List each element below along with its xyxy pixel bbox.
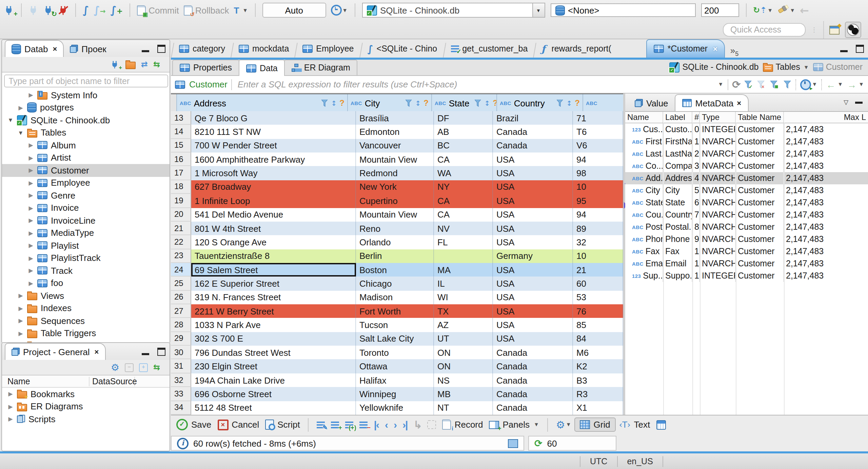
refresh-tree-icon[interactable]: ⇄: [141, 60, 148, 68]
table-row[interactable]: 148210 111 ST NWEdmontonABCanadaT6: [171, 125, 623, 139]
object-filter-input[interactable]: [4, 75, 168, 87]
meta-cell[interactable]: NVARCHAR: [700, 233, 736, 245]
cell[interactable]: R3: [573, 387, 623, 401]
meta-name-cell[interactable]: ABCCity: [625, 184, 663, 197]
meta-cell[interactable]: 2: [692, 148, 700, 160]
expand-twisty-icon[interactable]: ▶: [28, 280, 34, 287]
metadata-row-country[interactable]: ABCCou...Country7NVARCHARCustomer2,147,4…: [625, 209, 868, 221]
meta-column-header-max-l[interactable]: Max L: [784, 112, 868, 123]
meta-cell[interactable]: NVARCHAR: [700, 221, 736, 233]
tree-item-sequences[interactable]: ▶Sequences: [2, 314, 170, 327]
cell[interactable]: Tucson: [356, 318, 434, 332]
expand-twisty-icon[interactable]: ▶: [28, 267, 34, 274]
meta-cell[interactable]: 1: [692, 136, 700, 148]
cell[interactable]: 32: [573, 235, 623, 249]
cell[interactable]: Orlando: [356, 235, 434, 249]
gear-icon[interactable]: ⚙: [111, 362, 119, 373]
tab-value[interactable]: Value: [628, 95, 675, 111]
project-item-er-diagrams[interactable]: ▶ER Diagrams: [2, 400, 170, 413]
close-icon[interactable]: ×: [713, 45, 717, 53]
cell[interactable]: New York: [356, 180, 434, 194]
meta-cell[interactable]: NVARCHAR: [700, 148, 736, 160]
meta-cell[interactable]: NVARCHAR: [700, 258, 736, 270]
new-folder-icon[interactable]: [125, 62, 136, 69]
sort-icon[interactable]: ↕: [567, 99, 572, 107]
cell[interactable]: M6: [573, 346, 623, 360]
cancel-button[interactable]: × Cancel: [217, 419, 259, 430]
meta-cell[interactable]: Customer: [736, 270, 784, 282]
cell[interactable]: X1: [573, 401, 623, 415]
meta-name-cell[interactable]: ABCFirst...: [625, 136, 663, 148]
cell[interactable]: TX: [434, 304, 493, 318]
cell[interactable]: Canada: [493, 125, 573, 139]
filter-funnel-icon[interactable]: [557, 99, 564, 107]
cell[interactable]: 2211 W Berry Street: [191, 304, 356, 318]
meta-cell[interactable]: NVARCHAR: [700, 209, 736, 221]
row-number[interactable]: 32: [171, 373, 191, 387]
cell[interactable]: 541 Del Medio Avenue: [191, 208, 356, 222]
new-sql-console-icon[interactable]: ∫→: [94, 4, 105, 16]
expand-twisty-icon[interactable]: ▶: [28, 92, 34, 99]
tree-item-playlist[interactable]: ▶Playlist: [2, 239, 170, 252]
cell[interactable]: NV: [434, 222, 493, 236]
edit-cell-icon[interactable]: ✎: [317, 421, 325, 428]
fetch-size-input[interactable]: [701, 3, 739, 17]
refresh-icon[interactable]: ⟳: [732, 78, 741, 90]
save-button[interactable]: ✓ Save: [176, 419, 211, 430]
editor-tab-employee[interactable]: Employee: [296, 40, 360, 58]
maximize-icon[interactable]: [157, 45, 165, 53]
sql-filter-input[interactable]: [236, 79, 713, 90]
meta-name-cell[interactable]: ABCPhone: [625, 233, 663, 245]
meta-name-cell[interactable]: ABCCou...: [625, 209, 663, 221]
metadata-row-city[interactable]: ABCCityCity5NVARCHARCustomer2,147,483: [625, 184, 868, 197]
grid-corner[interactable]: [171, 94, 177, 112]
reconnect-icon[interactable]: ↻: [43, 5, 54, 15]
search-metadata-button[interactable]: ▼: [777, 4, 795, 16]
table-row[interactable]: 2469 Salem StreetBostonMAUSA21: [171, 263, 623, 277]
column-info-icon[interactable]: ?: [423, 98, 429, 108]
meta-name-cell[interactable]: ABCState: [625, 197, 663, 209]
tab-metadata[interactable]: MetaData×: [675, 94, 749, 111]
meta-cell[interactable]: City: [663, 184, 692, 197]
editor-tab-sqlite-chino[interactable]: ∫<SQLite - Chino: [361, 40, 444, 58]
fetch-all-icon[interactable]: [428, 420, 436, 429]
cell[interactable]: Winnipeg: [356, 387, 434, 401]
expand-twisty-icon[interactable]: ▶: [18, 104, 24, 111]
metadata-row-email[interactable]: ABCEmailEmail11NVARCHARCustomer2,147,483: [625, 258, 868, 270]
table-row[interactable]: 272211 W Berry StreetFort WorthTXUSA76: [171, 304, 623, 318]
cell[interactable]: 94: [573, 152, 623, 166]
connect-icon[interactable]: [28, 5, 39, 15]
cell[interactable]: WI: [434, 290, 493, 304]
cell[interactable]: 10: [573, 249, 623, 263]
meta-cell[interactable]: Customer: [736, 148, 784, 160]
collapse-twisty-icon[interactable]: ▼: [18, 129, 24, 136]
tree-item-album[interactable]: ▶Album: [2, 139, 170, 151]
tree-item-genre[interactable]: ▶Genre: [2, 189, 170, 202]
meta-cell[interactable]: Customer: [736, 245, 784, 258]
grid-view-button[interactable]: Grid: [575, 417, 616, 432]
tab-projects[interactable]: Проек: [64, 41, 112, 57]
column-header-state[interactable]: ABCState↕?: [432, 94, 497, 112]
expand-twisty-icon[interactable]: ▶: [7, 403, 14, 410]
row-number[interactable]: 24: [171, 263, 191, 277]
cell[interactable]: Madison: [356, 290, 434, 304]
row-number[interactable]: 23: [171, 249, 191, 263]
meta-name-cell[interactable]: ABCLast...: [625, 148, 663, 160]
cell[interactable]: ON: [434, 346, 493, 360]
transaction-mode-button[interactable]: T▼: [234, 5, 248, 15]
meta-cell[interactable]: Custo...: [663, 123, 692, 136]
add-row-icon[interactable]: +: [331, 421, 339, 428]
tree-item-sqlite-chinook-db[interactable]: ▼SQLite - Chinook.db: [2, 114, 170, 126]
tab-properties[interactable]: Properties: [172, 60, 239, 75]
metadata-row-state[interactable]: ABCStateState6NVARCHARCustomer2,147,483: [625, 197, 868, 209]
cell[interactable]: USA: [493, 222, 573, 236]
editor-tab-rewards-report[interactable]: ƒrewards_report(: [534, 40, 618, 58]
transaction-log-button[interactable]: ▼: [331, 5, 348, 16]
row-number[interactable]: 16: [171, 152, 191, 166]
meta-cell[interactable]: Customer: [736, 184, 784, 197]
first-record-button[interactable]: |‹: [374, 420, 379, 430]
cell[interactable]: Halifax: [356, 373, 434, 387]
editor-tab-mockdata[interactable]: mockdata: [232, 40, 296, 58]
filter-funnel-icon[interactable]: [322, 99, 329, 107]
meta-cell[interactable]: 9: [692, 233, 700, 245]
